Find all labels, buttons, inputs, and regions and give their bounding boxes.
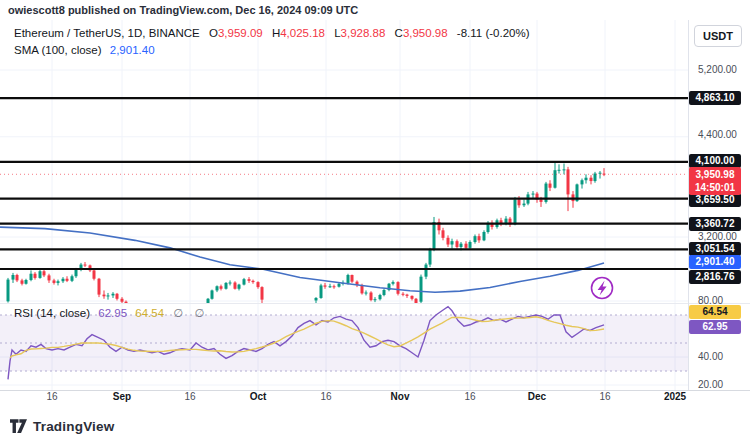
ohlc-open-value: 3,959.09 xyxy=(218,27,263,39)
price-level-tag: 2,901.40 xyxy=(689,255,741,269)
symbol-title: Ethereum / TetherUS, 1D, BINANCE xyxy=(14,27,200,39)
symbol-legend[interactable]: Ethereum / TetherUS, 1D, BINANCE O3,959.… xyxy=(14,27,530,39)
price-level-tag: 3,360.72 xyxy=(689,217,741,231)
rsi-ma-value: 64.54 xyxy=(135,307,164,319)
price-axis-label: 4,400.00 xyxy=(698,129,748,141)
ohlc-close-label: C xyxy=(395,27,403,39)
price-level-tag: 62.95 xyxy=(689,320,741,334)
support-resistance-levels[interactable] xyxy=(0,98,688,269)
time-axis-label: Nov xyxy=(378,391,422,402)
time-axis[interactable]: 16Sep16Oct16Nov16Dec162025 xyxy=(0,391,689,406)
time-axis-label: Sep xyxy=(100,391,144,402)
rsi-legend[interactable]: RSI (14, close) 62.95 64.54 ∅ ∅ xyxy=(14,306,208,320)
instant-trade-lightning-button[interactable] xyxy=(592,278,613,299)
time-axis-label: 16 xyxy=(30,391,74,402)
price-level-tag: 3,051.54 xyxy=(689,242,741,256)
price-axis-label: 20.00 xyxy=(698,379,748,391)
price-axis-label: 5,200.00 xyxy=(698,64,748,76)
sma-label: SMA (100, close) xyxy=(14,44,102,56)
pane-separator xyxy=(0,303,750,304)
price-level-tag: 2,816.76 xyxy=(689,270,741,284)
time-axis-label: 2025 xyxy=(653,391,689,402)
tradingview-logo-text: TradingView xyxy=(33,419,114,434)
last-price-value: 3,950.98 xyxy=(689,168,741,181)
time-axis-label: 16 xyxy=(448,391,492,402)
price-level-tag: 4,863.10 xyxy=(689,91,741,105)
bar-countdown: 14:50:01 xyxy=(689,181,741,194)
rsi-value: 62.95 xyxy=(98,307,127,319)
change-value: -8.11 (-0.20%) xyxy=(457,27,530,39)
ohlc-close-value: 3,950.98 xyxy=(403,27,448,39)
time-axis-label: 16 xyxy=(168,391,212,402)
tradingview-logo-icon xyxy=(10,419,27,434)
rsi-label: RSI (14, close) xyxy=(14,307,90,319)
price-level-tag: 64.54 xyxy=(689,305,741,319)
rsi-hline-placeholders: ∅ ∅ xyxy=(173,307,208,319)
price-level-tag: 4,100.00 xyxy=(689,154,741,168)
sma-value: 2,901.40 xyxy=(110,44,155,56)
time-axis-label: Dec xyxy=(515,391,559,402)
sma-legend[interactable]: SMA (100, close) 2,901.40 xyxy=(14,44,155,56)
ohlc-high-value: 4,025.18 xyxy=(280,27,325,39)
price-chart-canvas[interactable] xyxy=(0,0,750,445)
price-level-tag: 3,659.50 xyxy=(689,193,741,207)
last-price-tag: 3,950.98 14:50:01 xyxy=(689,167,741,195)
ohlc-low-value: 3,928.88 xyxy=(341,27,386,39)
price-axis-label: 40.00 xyxy=(698,351,748,363)
time-axis-label: Oct xyxy=(236,391,280,402)
time-axis-label: 16 xyxy=(304,391,348,402)
ohlc-open-label: O xyxy=(209,27,218,39)
ohlc-high-label: H xyxy=(272,27,280,39)
tradingview-chart-screenshot: owiescott8 published on TradingView.com,… xyxy=(0,0,750,445)
currency-toggle-button[interactable]: USDT xyxy=(694,25,742,47)
tradingview-footer[interactable]: TradingView xyxy=(10,419,114,434)
time-axis-label: 16 xyxy=(583,391,627,402)
